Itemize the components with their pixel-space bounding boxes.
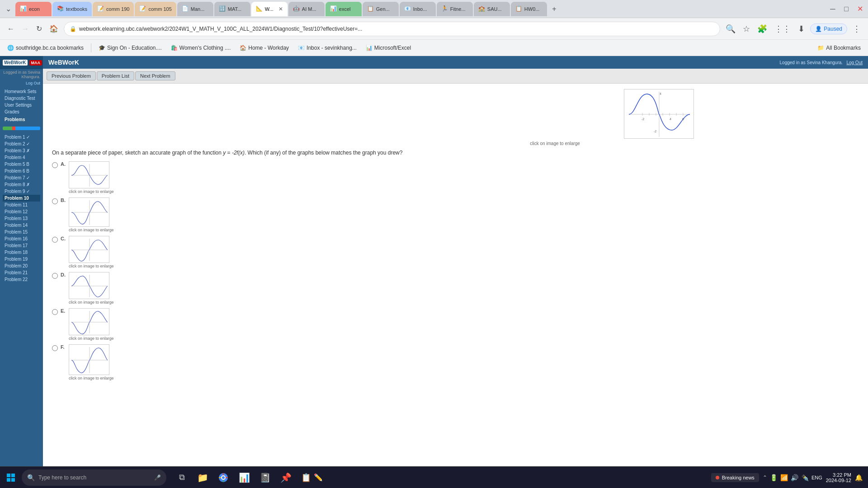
- sidebar-problem-21[interactable]: Problem 21: [3, 269, 40, 276]
- tab-comm190[interactable]: 📝 comm 190: [93, 2, 134, 16]
- problem-list-button[interactable]: Problem List: [97, 71, 134, 80]
- radio-f[interactable]: [52, 345, 58, 351]
- sidebar-problem-1[interactable]: Problem 1 ✓: [3, 134, 40, 141]
- sidebar-problem-15[interactable]: Problem 15: [3, 229, 40, 235]
- sidebar-item-grades[interactable]: Grades: [3, 108, 40, 115]
- choice-enlarge-e: click on image to enlarge: [69, 336, 114, 341]
- tab-gen[interactable]: 📋 Gen...: [363, 2, 399, 16]
- radio-c[interactable]: [52, 237, 58, 243]
- sidebar-problem-17[interactable]: Problem 17: [3, 242, 40, 249]
- tab-math[interactable]: 🔢 MAT...: [214, 2, 250, 16]
- sidebar-problem-12[interactable]: Problem 12: [3, 208, 40, 215]
- tab-favicon-webwork: 📐: [256, 5, 263, 13]
- sidebar-problem-7[interactable]: Problem 7 ✓: [3, 174, 40, 181]
- tab-man[interactable]: 📄 Man...: [177, 2, 213, 16]
- choice-graph-a[interactable]: [69, 161, 109, 188]
- bookmark-workday[interactable]: 🏠 Home - Workday: [236, 43, 292, 53]
- tab-excel[interactable]: 📊 excel: [326, 2, 362, 16]
- minimize-button[interactable]: ─: [826, 3, 839, 15]
- sidebar-problem-8[interactable]: Problem 8 ✗: [3, 181, 40, 188]
- url-bar[interactable]: 🔒 webwork.elearning.ubc.ca/webwork2/2024…: [64, 22, 720, 36]
- header-logout[interactable]: Log Out: [846, 60, 863, 65]
- sidebar-header[interactable]: WeBWorK MAA: [0, 56, 43, 69]
- sidebar-problem-3[interactable]: Problem 3 ✗: [3, 147, 40, 154]
- download-icon[interactable]: ⬇: [796, 22, 807, 36]
- taskbar-app-excel[interactable]: 📊: [234, 468, 254, 488]
- search-icon[interactable]: 🔍: [724, 22, 737, 36]
- tab-aiml[interactable]: 🤖 AI M...: [288, 2, 325, 16]
- sidebar-problem-16[interactable]: Problem 16: [3, 235, 40, 242]
- sidebar-problem-5[interactable]: Problem 5 B: [3, 161, 40, 168]
- taskbar-app-taskview[interactable]: ⧉: [172, 468, 192, 488]
- notification-bell[interactable]: 🔔: [855, 474, 863, 481]
- sidebar-problem-19[interactable]: Problem 19: [3, 256, 40, 263]
- reload-button[interactable]: ↻: [34, 23, 44, 35]
- sidebar-problem-9[interactable]: Problem 9 ✓: [3, 188, 40, 195]
- taskbar-search[interactable]: 🔍 Type here to search 🎤: [22, 469, 166, 486]
- all-bookmarks-button[interactable]: 📁 All Bookmarks: [814, 43, 864, 53]
- radio-d[interactable]: [52, 273, 58, 279]
- choice-graph-b[interactable]: [69, 197, 109, 227]
- tab-close-webwork[interactable]: ✕: [278, 6, 283, 12]
- taskbar-app-sticky[interactable]: 📌: [276, 468, 296, 488]
- next-problem-button[interactable]: Next Problem: [135, 71, 175, 80]
- logout-button[interactable]: Log Out: [0, 80, 43, 86]
- webwork-logo: WeBWorK: [3, 60, 28, 66]
- reference-graph[interactable]: -2 4 6 4 -2: [624, 89, 694, 139]
- news-dot: [716, 476, 719, 479]
- choice-graph-d[interactable]: [69, 272, 109, 299]
- choice-graph-c[interactable]: [69, 236, 109, 263]
- previous-problem-button[interactable]: Previous Problem: [47, 71, 96, 80]
- taskbar-app-explorer[interactable]: 📁: [193, 468, 212, 488]
- sidebar-problem-14[interactable]: Problem 14: [3, 222, 40, 229]
- radio-b[interactable]: [52, 198, 58, 204]
- choice-graph-e[interactable]: [69, 308, 109, 335]
- radio-e[interactable]: [52, 309, 58, 315]
- sidebar-problem-4[interactable]: Problem 4: [3, 154, 40, 161]
- bookmark-signon[interactable]: 🎓 Sign On - Education....: [95, 43, 165, 53]
- sidebar-problem-11[interactable]: Problem 11: [3, 202, 40, 208]
- tab-dropdown-btn[interactable]: ⌄: [2, 3, 14, 15]
- forward-button[interactable]: →: [20, 23, 31, 35]
- new-tab-button[interactable]: +: [548, 3, 561, 15]
- back-button[interactable]: ←: [5, 23, 16, 35]
- sidebar-item-homeworksets[interactable]: Homework Sets: [3, 88, 40, 95]
- taskbar-app-chrome[interactable]: [213, 468, 233, 488]
- tab-inbox[interactable]: 📧 Inbo...: [400, 2, 436, 16]
- grid-icon[interactable]: ⋮⋮: [773, 22, 793, 36]
- tab-comm105[interactable]: 📝 comm 105: [135, 2, 176, 16]
- taskbar-app-onenote[interactable]: 📓: [255, 468, 275, 488]
- volume-icon[interactable]: 🔊: [791, 474, 798, 481]
- extension-icon[interactable]: 🧩: [755, 22, 769, 36]
- bookmark-excel[interactable]: 📊 Microsoft/Excel: [362, 43, 415, 53]
- home-button[interactable]: 🏠: [47, 23, 60, 35]
- radio-a[interactable]: [52, 162, 58, 168]
- tab-sau[interactable]: 🏫 SAU...: [474, 2, 510, 16]
- choice-graph-f[interactable]: [69, 344, 109, 375]
- start-button[interactable]: [2, 469, 20, 487]
- tab-econ[interactable]: 📊 econ: [15, 2, 52, 16]
- tab-webwork[interactable]: 📐 W... ✕: [251, 2, 288, 16]
- bookmark-southridge[interactable]: 🌐 southridge.bc.ca bookmarks: [4, 43, 87, 53]
- sidebar-problem-10[interactable]: Problem 10: [3, 195, 40, 202]
- bookmark-inbox[interactable]: 📧 Inbox - sevinkhang...: [294, 43, 360, 53]
- tab-textbooks[interactable]: 📚 textbooks: [52, 2, 92, 16]
- sidebar-item-usersettings[interactable]: User Settings: [3, 102, 40, 108]
- sidebar-problem-13[interactable]: Problem 13: [3, 215, 40, 222]
- bookmark-star-icon[interactable]: ☆: [741, 22, 752, 36]
- breaking-news[interactable]: Breaking news: [711, 473, 759, 482]
- menu-button[interactable]: ⋮: [851, 22, 863, 36]
- close-browser-button[interactable]: ✕: [854, 3, 866, 15]
- tab-hw0[interactable]: 📋 HW0...: [511, 2, 547, 16]
- tab-fitness[interactable]: 🏃 Fitne...: [437, 2, 473, 16]
- bookmark-shopify[interactable]: 🛍️ Women's Clothing ....: [167, 43, 234, 53]
- sidebar-problem-20[interactable]: Problem 20: [3, 263, 40, 269]
- sidebar-item-diagnostictest[interactable]: Diagnostic Test: [3, 95, 40, 102]
- sidebar-problem-6[interactable]: Problem 6 B: [3, 168, 40, 174]
- sidebar-problem-22[interactable]: Problem 22: [3, 276, 40, 283]
- maximize-button[interactable]: □: [840, 3, 853, 15]
- sidebar-problem-2[interactable]: Problem 2 ✓: [3, 141, 40, 147]
- profile-button[interactable]: 👤 Paused: [810, 23, 847, 34]
- system-tray-chevron[interactable]: ⌃: [763, 474, 767, 481]
- sidebar-problem-18[interactable]: Problem 18: [3, 249, 40, 256]
